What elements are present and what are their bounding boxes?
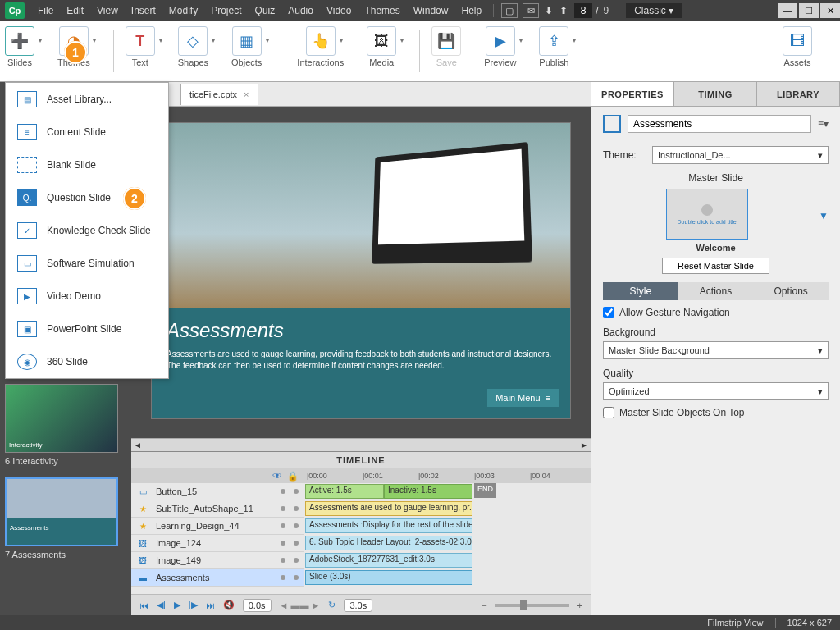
zoom-in-icon[interactable]: +: [578, 600, 582, 610]
slide-title[interactable]: Assessments: [167, 319, 555, 342]
mail-icon[interactable]: ✉: [523, 3, 539, 18]
slide-canvas[interactable]: Assessments Assessments are used to gaug…: [152, 123, 570, 418]
menu-project[interactable]: Project: [204, 5, 248, 16]
step-fwd-icon[interactable]: |▶: [189, 600, 198, 610]
ribbon-save[interactable]: 💾 Save: [431, 26, 461, 67]
timeline-row-image149[interactable]: 🖼Image_149: [131, 552, 304, 569]
subtab-actions[interactable]: Actions: [678, 282, 754, 300]
upload-icon[interactable]: ⬆: [559, 5, 568, 16]
menu-window[interactable]: Window: [407, 5, 455, 16]
menu-help[interactable]: Help: [454, 5, 488, 16]
scroll-left-icon[interactable]: ◄: [131, 441, 144, 450]
reset-master-button[interactable]: Reset Master Slide: [662, 258, 769, 274]
ribbon-media[interactable]: 🖼▾ Media: [367, 26, 396, 67]
star-icon: ★: [136, 520, 149, 532]
tab-library[interactable]: LIBRARY: [757, 82, 840, 106]
timeline-row-subtitle[interactable]: ★SubTitle_AutoShape_11: [131, 500, 304, 518]
menu-edit[interactable]: Edit: [60, 5, 90, 16]
background-label: Background: [603, 326, 829, 338]
mute-icon[interactable]: 🔇: [223, 600, 235, 610]
file-tab[interactable]: ticeFile.cptx ×: [180, 84, 258, 105]
visibility-icon[interactable]: 👁: [272, 470, 282, 482]
gesture-checkbox[interactable]: [603, 307, 614, 318]
ribbon-objects[interactable]: ▦▾ Objects: [231, 26, 262, 67]
menu-knowledge-check[interactable]: ✓Knowledge Check Slide: [6, 214, 168, 247]
close-button[interactable]: ✕: [820, 3, 840, 18]
menu-asset-library[interactable]: ▤Asset Library...: [6, 83, 168, 116]
menu-content-slide[interactable]: ≡Content Slide: [6, 116, 168, 148]
layout-selector[interactable]: Classic ▾: [626, 3, 682, 18]
menu-quiz[interactable]: Quiz: [249, 5, 282, 16]
subtab-style[interactable]: Style: [603, 282, 678, 300]
ribbon-text[interactable]: T▾ Text: [126, 26, 155, 67]
menu-software-sim[interactable]: ▭Software Simulation: [6, 247, 168, 280]
menu-video-demo[interactable]: ▶Video Demo: [6, 280, 168, 313]
goto-start-icon[interactable]: ⏮: [139, 600, 148, 610]
slide-name-input[interactable]: [628, 115, 811, 133]
menu-modify[interactable]: Modify: [162, 5, 204, 16]
record-icon[interactable]: ▢: [501, 3, 518, 18]
playhead[interactable]: [304, 468, 304, 594]
tab-properties[interactable]: PROPERTIES: [591, 82, 674, 106]
menu-audio[interactable]: Audio: [281, 5, 320, 16]
ribbon-publish[interactable]: ⇪▾ Publish: [539, 26, 568, 67]
download-icon[interactable]: ⬇: [545, 5, 553, 16]
timeline-track-area[interactable]: |00:00 |00:01 |00:02 |00:03 |00:04 END A…: [304, 468, 591, 594]
filmstrip-view-label[interactable]: Filmstrip View: [707, 618, 763, 628]
blank-icon: [17, 157, 37, 173]
lock-icon[interactable]: 🔒: [287, 471, 299, 482]
close-tab-icon[interactable]: ×: [244, 89, 249, 99]
main-menu-button[interactable]: Main Menu ≡: [487, 389, 559, 407]
chevron-down-icon[interactable]: ▼: [819, 210, 829, 221]
loop-icon[interactable]: ↻: [328, 600, 336, 610]
filmstrip-thumb-7[interactable]: Assessments: [5, 477, 118, 546]
bar-active[interactable]: Active: 1.5s: [305, 484, 384, 499]
zoom-out-icon[interactable]: −: [482, 600, 486, 610]
ribbon-interactions[interactable]: 👆▾ Interactions: [297, 26, 344, 67]
minimize-button[interactable]: —: [778, 3, 797, 18]
menu-view[interactable]: View: [90, 5, 125, 16]
bar-image149[interactable]: AdobeStock_187277631_edit:3.0s: [305, 553, 472, 568]
stage[interactable]: Assessments Assessments are used to gaug…: [131, 107, 591, 438]
slide-body[interactable]: Assessments are used to gauge learning, …: [167, 349, 555, 372]
ribbon-assets[interactable]: 🎞 Assets: [783, 26, 812, 67]
ribbon-shapes[interactable]: ◇▾ Shapes: [178, 26, 208, 67]
master-on-top-checkbox[interactable]: [603, 407, 614, 418]
tab-timing[interactable]: TIMING: [674, 82, 757, 106]
bar-learning[interactable]: Assessments :Display for the rest of the…: [305, 518, 472, 533]
menu-file[interactable]: File: [31, 5, 60, 16]
menu-360-slide[interactable]: ◉360 Slide: [6, 345, 168, 378]
goto-end-icon[interactable]: ⏭: [206, 600, 215, 610]
timeline-row-image124[interactable]: 🖼Image_124: [131, 535, 304, 552]
zoom-slider[interactable]: [495, 604, 569, 607]
current-page[interactable]: 8: [574, 3, 592, 18]
theme-select[interactable]: Instructional_De...▾: [652, 146, 829, 164]
timeline-row-learning[interactable]: ★Learning_Design_44: [131, 518, 304, 535]
menu-themes[interactable]: Themes: [358, 5, 406, 16]
maximize-button[interactable]: ☐: [799, 3, 819, 18]
bar-image124[interactable]: 6. Sub Topic Header Layout_2-assets-02:3…: [305, 536, 472, 550]
play-tl-icon[interactable]: ▶: [174, 600, 180, 610]
subtab-options[interactable]: Options: [753, 282, 829, 300]
hamburger-icon: ≡: [546, 393, 550, 403]
panel-menu-icon[interactable]: ≡▾: [818, 118, 829, 130]
menu-powerpoint[interactable]: ▣PowerPoint Slide: [6, 313, 168, 345]
scroll-right-icon[interactable]: ►: [578, 441, 591, 450]
bar-slide[interactable]: Slide (3.0s): [305, 570, 472, 585]
menu-video[interactable]: Video: [320, 5, 358, 16]
ribbon-slides[interactable]: ➕▾ Slides: [5, 26, 34, 67]
menu-insert[interactable]: Insert: [125, 5, 162, 16]
quality-select[interactable]: Optimized▾: [603, 382, 829, 400]
filmstrip-thumb-6[interactable]: Interactivity: [5, 384, 118, 453]
menu-blank-slide[interactable]: Blank Slide: [6, 148, 168, 181]
background-select[interactable]: Master Slide Background▾: [603, 341, 829, 359]
master-thumbnail[interactable]: Double click to add title: [666, 189, 748, 240]
bar-inactive[interactable]: Inactive: 1.5s: [384, 484, 472, 499]
horizontal-scrollbar[interactable]: ◄ ►: [131, 438, 591, 451]
center-column: ticeFile.cptx × Assessments Assessments …: [131, 82, 591, 615]
timeline-row-slide[interactable]: ▬Assessments: [131, 569, 304, 587]
bar-subtitle[interactable]: Assessments are used to gauge learning, …: [305, 501, 472, 516]
ribbon-preview[interactable]: ▶▾ Preview: [484, 26, 516, 67]
timeline-row-button15[interactable]: ▭Button_15: [131, 483, 304, 500]
step-back-icon[interactable]: ◀|: [157, 600, 166, 610]
